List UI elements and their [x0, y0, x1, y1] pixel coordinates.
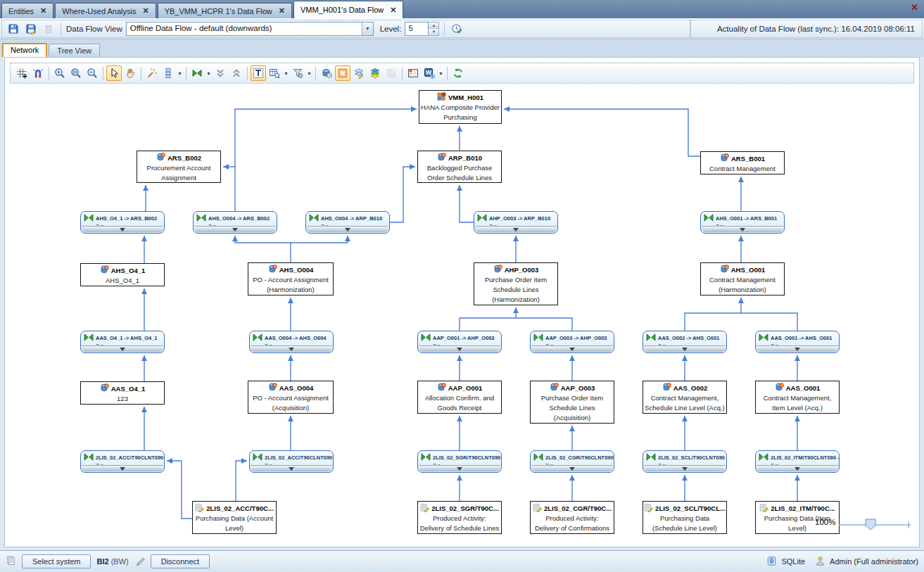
collapse-handle[interactable] [82, 345, 163, 352]
transformation-node-TRF_2LIS_02_ACC_B[interactable]: 2LIS_02_ACC/T90CLNT090 ->...7.x [249, 450, 334, 473]
collapse-handle[interactable] [644, 465, 726, 471]
document-tab-2[interactable]: YB_VMM_HCPR 1's Data Flow✕ [158, 3, 292, 18]
node-DS_2LIS_02_SGR[interactable]: 2LIS_02_SGR/T90C...Produced Activity:Del… [417, 501, 502, 534]
dropdown-caret-icon[interactable]: ▼ [283, 71, 289, 76]
node-DS_2LIS_02_CGR[interactable]: 2LIS_02_CGR/T90C...Produced Activity:Del… [530, 501, 614, 534]
transformation-node-TRF_2LIS_02_ACC_A[interactable]: 2LIS_02_ACC/T90CLNT090 ->...7.x [80, 450, 165, 473]
transformation-node-TRF_AHP_O003_ARP_B010[interactable]: AHP_O003 -> ARP_B0107.x [474, 211, 558, 234]
node-AAS_O002[interactable]: AAS_O002Contract Management,Schedule Lin… [643, 381, 727, 414]
collapse-handle[interactable] [419, 465, 500, 471]
collapse-handle[interactable] [757, 465, 838, 471]
document-tab-0[interactable]: Entities✕ [1, 3, 53, 18]
sync-check-icon[interactable] [450, 22, 464, 36]
transformation-node-TRF_2LIS_02_SGR[interactable]: 2LIS_02_SGR/T90CLNT090 ->...7.x [417, 450, 502, 473]
node-AAS_O4_1[interactable]: AAS_O4_1123 [80, 381, 165, 405]
tab-tree-view[interactable]: Tree View [49, 44, 100, 57]
node-AHS_O001[interactable]: AHS_O001Contract Management(Harmonizatio… [700, 262, 785, 295]
close-tab-icon[interactable]: ✕ [40, 6, 46, 15]
zoom-out-icon[interactable] [84, 65, 100, 81]
close-tab-icon[interactable]: ✕ [279, 6, 285, 15]
transformation-node-TRF_AAP_O003_AHP_O003[interactable]: AAP_O003 -> AHP_O0037.x [530, 331, 614, 353]
node-DS_2LIS_02_ACC[interactable]: 2LIS_02_ACC/T90C...Purchasing Data (Acco… [192, 501, 277, 534]
transformation-toggle-icon[interactable] [189, 65, 205, 81]
node-AHP_O003[interactable]: AHP_O003Purchase Order ItemSchedule Line… [474, 262, 558, 305]
collapse-handle[interactable] [251, 345, 332, 352]
node-DS_2LIS_02_SCL[interactable]: 2LIS_02_SCL/T90CL...Purchasing Data(Sche… [643, 501, 727, 534]
zoom-in-icon[interactable] [52, 65, 68, 81]
transformation-node-TRF_AHS_O001_ARS_B001[interactable]: AHS_O001 -> ARS_B0017.x [700, 211, 785, 234]
document-tab-3[interactable]: VMM_H001's Data Flow✕ [293, 1, 403, 18]
data-load-schedule-icon[interactable] [319, 65, 334, 81]
select-cursor-icon[interactable] [106, 65, 122, 81]
node-ARS_B001[interactable]: ARS_B001Contract Management [700, 151, 785, 174]
transformation-node-TRF_AAS_O004_AHS_O004[interactable]: AAS_O004 -> AHS_O0047.x [249, 331, 334, 353]
transformation-node-TRF_AAP_O001_AHP_O003[interactable]: AAP_O001 -> AHP_O0037.x [417, 331, 502, 353]
disconnect-button[interactable]: Disconnect [151, 554, 210, 568]
node-AHS_O004[interactable]: AHS_O004PO - Account Assignment(Harmoniz… [248, 262, 334, 295]
snap-grid-icon[interactable] [14, 65, 30, 81]
spinner-down-icon[interactable]: ▼ [429, 28, 438, 35]
spinner-up-icon[interactable]: ▲ [429, 23, 438, 29]
transformation-node-TRF_AHS_O4_1_ARS_B002[interactable]: AHS_O4_1 -> ARS_B0027.x [80, 211, 165, 234]
diagram-canvas[interactable] [4, 57, 920, 547]
collapse-all-icon[interactable] [229, 65, 244, 81]
level-spinner[interactable]: ▲▼ [429, 22, 439, 36]
show-frames-icon[interactable] [335, 65, 350, 81]
node-ARS_B002[interactable]: ARS_B002Procurement AccountAssignment [137, 151, 221, 183]
node-AHS_O4_1[interactable]: AHS_O4_1AHS_O4_1 [80, 263, 165, 286]
show-text-icon[interactable] [251, 65, 266, 81]
collapse-handle[interactable] [307, 226, 388, 232]
transformation-node-TRF_AAS_O4_1_AHS_O4_1[interactable]: AAS_O4_1 -> AHS_O4_17.x [80, 331, 165, 353]
level-input[interactable]: 5 [405, 22, 429, 36]
transformation-node-TRF_2LIS_02_CGR[interactable]: 2LIS_02_CGR/T90CLNT090 ->...7.x [530, 450, 614, 473]
node-AAP_O003[interactable]: AAP_O003Purchase Order ItemSchedule Line… [530, 381, 614, 424]
collapse-handle[interactable] [82, 226, 163, 232]
save-icon[interactable] [6, 22, 20, 36]
transformation-node-TRF_2LIS_02_ITM[interactable]: 2LIS_02_ITM/T90CLNT090 ->...7.x [755, 450, 840, 473]
table-search-icon[interactable] [267, 65, 282, 81]
transformation-node-TRF_AAS_O001_AHS_O001[interactable]: AAS_O001 -> AHS_O0017.x [755, 331, 840, 353]
vertical-layout-icon[interactable] [160, 65, 176, 81]
node-AAP_O001[interactable]: AAP_O001Allocation Confirm. andGoods Rec… [417, 381, 502, 414]
collapse-handle[interactable] [419, 345, 500, 352]
node-VMM_H001[interactable]: VMM_H001HANA Composite ProviderPurchasin… [419, 90, 502, 124]
transformation-node-TRF_AAS_O002_AHS_O001[interactable]: AAS_O002 -> AHS_O0017.x [643, 331, 727, 353]
collapse-handle[interactable] [82, 465, 163, 471]
dropdown-caret-icon[interactable]: ▼ [438, 71, 444, 76]
node-DS_2LIS_02_ITM[interactable]: 2LIS_02_ITM/T90C...Purchasing Data (Item… [755, 501, 840, 534]
close-tab-icon[interactable]: ✕ [390, 6, 396, 15]
filter-settings-icon[interactable] [290, 65, 305, 81]
word-export-icon[interactable]: W [422, 65, 437, 81]
node-ARP_B010[interactable]: ARP_B010Backlogged PurchaseOrder Schedul… [417, 151, 502, 183]
data-flow-dropdown[interactable]: Offline Data Flow - default (downwards) … [126, 22, 374, 36]
refresh-icon[interactable] [450, 65, 466, 81]
collapse-handle[interactable] [531, 465, 613, 471]
transformation-node-TRF_2LIS_02_SCL[interactable]: 2LIS_02_SCL/T90CLNT090 ->...7.x [643, 450, 727, 473]
expand-all-icon[interactable] [213, 65, 228, 81]
log-icon[interactable] [6, 555, 16, 568]
node-AAS_O004[interactable]: AAS_O004PO - Account Assignment(Acquisit… [248, 381, 334, 414]
pan-hand-icon[interactable] [122, 65, 138, 81]
dropdown-caret-icon[interactable]: ▼ [177, 71, 183, 76]
dropdown-caret-icon[interactable]: ▼ [205, 71, 212, 76]
zoom-selection-icon[interactable] [68, 65, 84, 81]
collapse-handle[interactable] [194, 226, 276, 232]
select-system-button[interactable]: Select system [22, 554, 91, 568]
node-AAS_O001[interactable]: AAS_O001Contract Management,Item Level (… [755, 381, 840, 414]
layers-icon[interactable] [367, 65, 383, 81]
collapse-handle[interactable] [475, 226, 557, 232]
collapse-handle[interactable] [531, 345, 613, 352]
close-tab-icon[interactable]: ✕ [142, 6, 148, 15]
dropdown-arrow-icon[interactable]: ▼ [362, 23, 373, 35]
close-all-tabs-icon[interactable]: ✕ [911, 3, 918, 12]
magnet-icon[interactable] [30, 65, 46, 81]
transformation-node-TRF_AHS_O004_ARS_B002[interactable]: AHS_O004 -> ARS_B0027.x [193, 211, 277, 234]
collapse-handle[interactable] [644, 345, 726, 352]
auto-layout-wand-icon[interactable] [144, 65, 160, 81]
dropdown-caret-icon[interactable]: ▼ [306, 71, 312, 76]
collapse-handle[interactable] [702, 226, 783, 232]
collapse-handle[interactable] [757, 345, 838, 352]
transformation-node-TRF_AHS_O004_ARP_B010[interactable]: AHS_O004 -> ARP_B0107.x [305, 211, 390, 234]
save-as-icon[interactable] [24, 22, 38, 36]
tab-network[interactable]: Network [2, 43, 47, 57]
